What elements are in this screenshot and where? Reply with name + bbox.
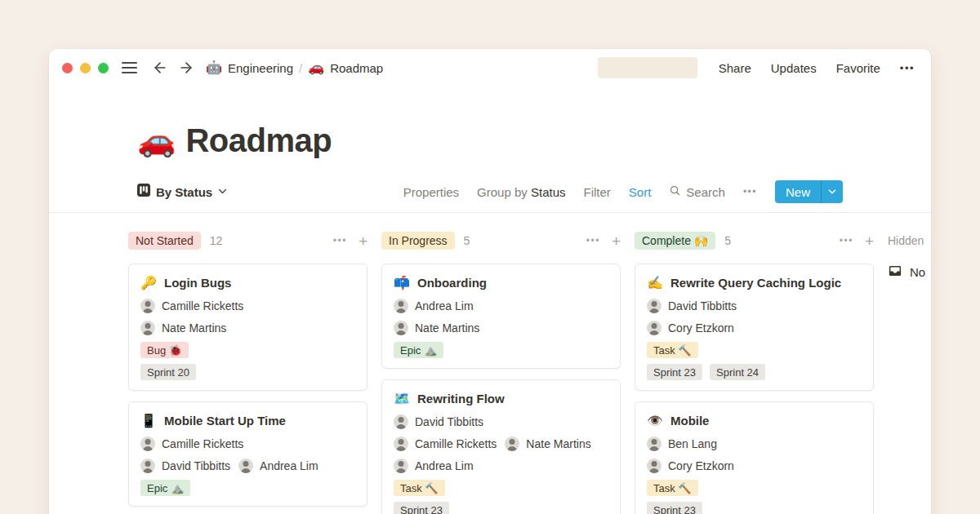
card[interactable]: 👁️MobileBen LangCory EtzkornTask 🔨Sprint… [635,401,874,514]
back-arrow-icon[interactable] [152,60,168,76]
view-switcher[interactable]: By Status [137,184,227,200]
favorite-button[interactable]: Favorite [836,61,880,75]
person-chip[interactable]: Andrea Lim [238,459,318,473]
card-title-text: Mobile Start Up Time [164,412,286,430]
avatar [140,321,155,335]
person-chip[interactable]: David Tibbitts [394,414,483,429]
person-chip[interactable]: Andrea Lim [394,459,474,473]
tag-pill[interactable]: Task 🔨 [647,480,698,496]
column-more-icon[interactable]: ••• [333,235,347,246]
card[interactable]: 📫OnboardingAndrea LimNate MartinsEpic ⛰️ [381,264,621,369]
tag-pill[interactable]: Sprint 23 [647,364,702,380]
person-chip[interactable]: Camille Ricketts [394,436,497,451]
tag-pill[interactable]: Bug 🐞 [140,342,189,358]
person-chip[interactable]: Camille Ricketts [140,436,243,451]
board-column: Complete 🙌5•••+✍️Rewrite Query Caching L… [635,231,874,514]
page-emoji-icon[interactable]: 🚗 [137,121,176,160]
column-status-pill[interactable]: In Progress [381,232,455,250]
person-name: Nate Martins [526,437,590,450]
column-header-icons: •••+ [840,233,874,249]
person-chip[interactable]: Nate Martins [140,321,226,335]
column-add-icon[interactable]: + [612,233,621,249]
person-chip[interactable]: Nate Martins [505,436,590,451]
person-chip[interactable]: Cory Etzkorn [647,459,734,473]
card[interactable]: ✍️Rewrite Query Caching LogicDavid Tibbi… [635,264,874,391]
tag-pill[interactable]: Task 🔨 [647,342,698,358]
properties-button[interactable]: Properties [403,185,459,199]
card[interactable]: 🔑Login BugsCamille RickettsNate MartinsB… [128,264,368,391]
person-chip[interactable]: Ben Lang [647,436,717,451]
redacted-edited-info [598,57,697,78]
person-name: David Tibbitts [162,459,230,472]
card-emoji-icon: 📫 [394,277,410,290]
close-button[interactable] [62,63,73,73]
person-name: Nate Martins [415,321,479,335]
person-chip[interactable]: David Tibbitts [647,299,737,313]
person-name: Andrea Lim [260,459,318,472]
column-more-icon[interactable]: ••• [840,235,853,246]
card[interactable]: 🗺️Rewriting FlowDavid TibbittsCamille Ri… [381,379,621,514]
updates-button[interactable]: Updates [771,61,817,75]
avatar [394,436,408,451]
card-people-row: Cory Etzkorn [647,458,862,474]
board-column: Not Started12•••+🔑Login BugsCamille Rick… [128,231,368,514]
tag-pill[interactable]: Sprint 24 [710,364,765,380]
page-title[interactable]: Roadmap [185,121,332,160]
new-dropdown-button[interactable] [822,180,843,203]
breadcrumb-page[interactable]: 🚗 Roadmap [308,61,383,75]
person-chip[interactable]: Andrea Lim [394,299,474,313]
hidden-columns-label[interactable]: Hidden [888,234,924,247]
column-status-pill[interactable]: Complete 🙌 [635,232,715,250]
share-button[interactable]: Share [719,61,751,75]
column-header: In Progress5•••+ [381,231,621,250]
breadcrumb-workspace[interactable]: 🤖 Engineering [206,61,293,75]
person-name: Camille Ricketts [415,437,497,450]
column-status-pill[interactable]: Not Started [128,232,201,250]
person-name: Nate Martins [162,321,226,335]
column-header-icons: •••+ [586,233,621,249]
tag-pill[interactable]: Sprint 23 [647,502,702,514]
search-icon [669,184,681,199]
search-button[interactable]: Search [669,184,725,199]
card-title: 🗺️Rewriting Flow [394,390,608,408]
more-options-icon[interactable]: ••• [900,62,915,74]
person-chip[interactable]: Nate Martins [394,321,479,335]
column-more-icon[interactable]: ••• [586,235,600,246]
filter-button[interactable]: Filter [583,185,610,199]
column-count: 12 [210,234,223,247]
toolbar-more-icon[interactable]: ••• [743,186,757,197]
card[interactable]: 📱Mobile Start Up TimeCamille RickettsDav… [128,401,368,507]
sidebar-menu-icon[interactable] [122,62,137,73]
tag-pill[interactable]: Task 🔨 [394,480,445,496]
tag-pill[interactable]: Sprint 23 [394,502,449,514]
new-button[interactable]: New [775,180,821,203]
hidden-status-label: No [910,265,925,279]
hidden-status-item[interactable]: No [888,264,931,280]
inbox-icon [888,264,902,281]
card-title-text: Rewrite Query Caching Logic [670,274,841,292]
group-by-button[interactable]: Group by Status [477,185,565,199]
forward-arrow-icon[interactable] [178,60,194,76]
traffic-lights [62,63,109,73]
window-topbar: 🤖 Engineering / 🚗 Roadmap Share Updates … [49,49,931,86]
tag-pill[interactable]: Sprint 20 [140,364,196,380]
tag-pill[interactable]: Epic ⛰️ [394,342,443,358]
column-add-icon[interactable]: + [359,233,368,249]
card-tag-row: Task 🔨 [647,342,862,358]
sort-button[interactable]: Sort [629,185,652,199]
person-chip[interactable]: Cory Etzkorn [647,321,734,335]
card-people-row: Ben Lang [647,436,862,452]
person-chip[interactable]: David Tibbitts [140,459,230,473]
person-chip[interactable]: Camille Ricketts [140,299,243,313]
tag-pill[interactable]: Epic ⛰️ [140,480,190,496]
column-cards: ✍️Rewrite Query Caching LogicDavid Tibbi… [635,264,874,514]
card-tag-row: Sprint 23 [647,502,862,514]
minimize-button[interactable] [80,63,91,73]
breadcrumb-page-label: Roadmap [330,61,383,75]
card-emoji-icon: ✍️ [647,277,663,290]
card-tag-row: Task 🔨 [647,480,862,496]
history-nav [152,60,194,76]
zoom-button[interactable] [98,63,109,73]
card-people-row: Camille RickettsNate Martins [394,436,608,452]
column-add-icon[interactable]: + [865,233,874,249]
